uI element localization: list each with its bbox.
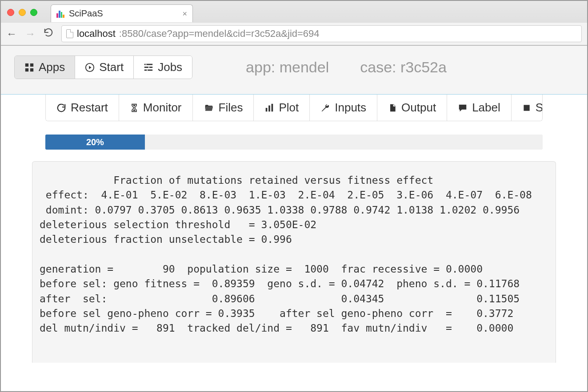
close-window-button[interactable] <box>7 9 14 16</box>
browser-tab[interactable]: SciPaaS × <box>51 4 193 22</box>
grid-icon <box>24 63 34 72</box>
svg-rect-15 <box>524 105 529 111</box>
svg-rect-10 <box>148 67 149 68</box>
case-action-bar: Restart Monitor Files Plot Inputs <box>45 95 543 121</box>
svg-rect-13 <box>269 105 271 111</box>
stop-label: Stop <box>536 101 543 115</box>
zoom-window-button[interactable] <box>30 9 37 16</box>
apps-button[interactable]: Apps <box>15 56 75 79</box>
svg-rect-12 <box>266 108 268 111</box>
inputs-button[interactable]: Inputs <box>310 95 377 121</box>
wrench-icon <box>320 103 330 113</box>
tab-close-icon[interactable]: × <box>182 10 187 18</box>
comment-icon <box>458 103 468 113</box>
start-button[interactable]: Start <box>75 56 134 79</box>
app-name-label: app: mendel <box>246 59 329 76</box>
plot-label: Plot <box>279 101 299 115</box>
console-output: Fraction of mutations retained versus fi… <box>32 161 556 363</box>
svg-rect-0 <box>25 63 28 66</box>
output-button[interactable]: Output <box>377 95 447 121</box>
restart-button[interactable]: Restart <box>46 95 119 121</box>
stop-button[interactable]: Stop <box>512 95 543 121</box>
progress-text: 20% <box>86 137 104 147</box>
address-bar[interactable]: localhost:8580/case?app=mendel&cid=r3c52… <box>61 25 582 42</box>
back-button[interactable]: ← <box>6 28 17 40</box>
tasks-icon <box>144 63 153 72</box>
page-icon <box>66 29 73 38</box>
jobs-button[interactable]: Jobs <box>134 56 192 79</box>
bar-chart-icon <box>264 103 274 113</box>
svg-rect-3 <box>30 68 33 71</box>
label-label: Label <box>472 101 500 115</box>
jobs-label: Jobs <box>158 60 182 74</box>
app-toolbar: Apps Start Jobs app: mendel case: r3c52a <box>1 46 587 94</box>
restart-label: Restart <box>71 101 108 115</box>
minimize-window-button[interactable] <box>19 9 26 16</box>
svg-rect-11 <box>147 69 148 71</box>
svg-rect-14 <box>272 103 273 111</box>
plot-button[interactable]: Plot <box>254 95 310 121</box>
hourglass-icon <box>130 103 139 113</box>
svg-rect-8 <box>144 69 152 71</box>
folder-open-icon <box>204 103 214 112</box>
favicon-icon <box>56 10 64 18</box>
file-icon <box>388 103 397 113</box>
browser-chrome: SciPaaS × ← → localhost:8580/case?app=me… <box>1 1 587 46</box>
svg-rect-1 <box>30 63 33 66</box>
window-controls <box>7 9 51 22</box>
restart-icon <box>56 103 66 113</box>
monitor-label: Monitor <box>143 101 182 115</box>
play-circle-icon <box>85 63 95 72</box>
case-id-label: case: r3c52a <box>360 59 447 76</box>
files-label: Files <box>219 101 243 115</box>
svg-rect-9 <box>146 63 147 65</box>
tab-title: SciPaaS <box>69 8 103 19</box>
monitor-button[interactable]: Monitor <box>119 95 193 121</box>
url-host: localhost <box>77 28 116 40</box>
url-path: :8580/case?app=mendel&cid=r3c52a&jid=694 <box>119 28 320 40</box>
label-button[interactable]: Label <box>447 95 512 121</box>
start-label: Start <box>99 60 124 74</box>
progress-bar: 20% <box>45 135 543 150</box>
reload-button[interactable] <box>44 28 53 40</box>
apps-label: Apps <box>39 60 65 74</box>
stop-icon <box>522 103 531 112</box>
output-label: Output <box>401 101 436 115</box>
inputs-label: Inputs <box>335 101 366 115</box>
progress-fill: 20% <box>45 135 145 150</box>
svg-marker-5 <box>89 66 92 69</box>
forward-button[interactable]: → <box>25 28 36 40</box>
svg-rect-2 <box>25 68 28 71</box>
files-button[interactable]: Files <box>193 95 254 121</box>
